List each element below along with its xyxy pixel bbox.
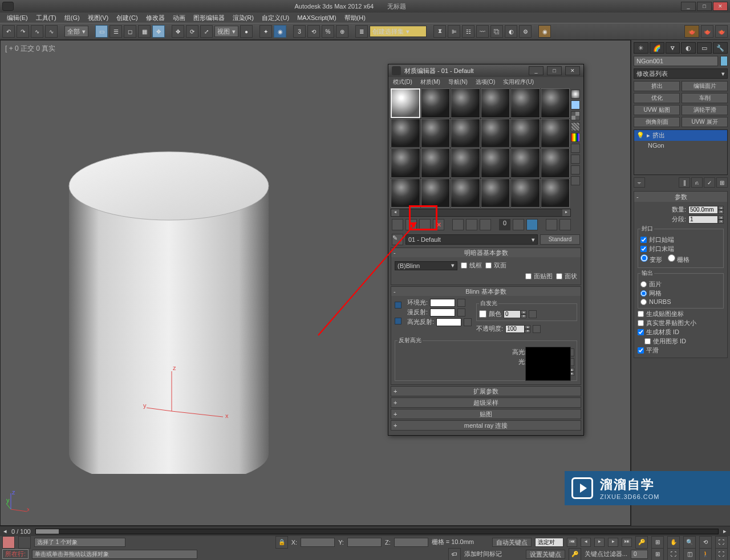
rollup-mental-ray[interactable]: +mental ray 连接 xyxy=(391,421,581,430)
material-name-dropdown[interactable]: 01 - Default▾ xyxy=(405,234,538,245)
segments-spinner[interactable]: ▴▾ xyxy=(688,216,724,224)
menu-tools[interactable]: 工具(T) xyxy=(36,14,56,22)
spinner-snap-icon[interactable]: ⊕ xyxy=(336,25,348,38)
use-shape-id-check[interactable] xyxy=(644,338,651,344)
object-color-swatch[interactable] xyxy=(720,56,728,66)
self-illum-map-btn[interactable] xyxy=(529,310,537,318)
mod-btn-turbosmooth[interactable]: 涡轮平滑 xyxy=(682,105,728,115)
manipulate-icon[interactable]: ✦ xyxy=(259,25,272,38)
scale-icon[interactable]: ⤢ xyxy=(200,25,213,38)
mirror-icon[interactable]: ⧗ xyxy=(433,25,446,38)
mod-btn-edit-patch[interactable]: 编辑面片 xyxy=(682,81,728,91)
menu-group[interactable]: 组(G) xyxy=(64,14,80,22)
diffuse-map-btn[interactable] xyxy=(457,309,465,316)
z-input[interactable] xyxy=(394,538,428,547)
show-in-vp-icon[interactable] xyxy=(513,219,524,230)
rollup-extended[interactable]: +扩展参数 xyxy=(391,387,581,396)
select-move-icon[interactable]: ✥ xyxy=(152,25,165,38)
rollup-shader-params[interactable]: -明暗器基本参数 xyxy=(391,248,581,257)
cap-end-check[interactable] xyxy=(640,246,647,252)
time-config-icon[interactable]: ⊞ xyxy=(651,536,664,549)
material-type-button[interactable]: Standard xyxy=(540,234,580,245)
sample-slot[interactable] xyxy=(391,178,420,208)
next-frame-icon[interactable]: ▸ xyxy=(608,538,618,547)
y-input[interactable] xyxy=(347,538,382,547)
sample-slot[interactable] xyxy=(481,178,510,208)
snap-3-icon[interactable]: 3 xyxy=(293,25,306,38)
ambient-lock-icon[interactable] xyxy=(395,302,402,309)
gen-mat-id-check[interactable] xyxy=(638,329,644,335)
maximize-button[interactable]: □ xyxy=(697,2,712,11)
set-key-button[interactable]: 设置关键点 xyxy=(526,550,565,559)
rollup-maps[interactable]: +贴图 xyxy=(391,409,581,419)
nav-zoom-icon[interactable]: 🔍 xyxy=(683,536,696,549)
amount-spinner[interactable]: ▴▾ xyxy=(688,206,724,214)
video-check-icon[interactable] xyxy=(571,133,580,142)
put-to-lib-icon[interactable] xyxy=(480,219,491,230)
menu-render[interactable]: 渲染(R) xyxy=(233,14,254,22)
percent-snap-icon[interactable]: % xyxy=(322,25,334,38)
ambient-map-btn[interactable] xyxy=(457,299,465,307)
auto-key-button[interactable]: 自动关键点 xyxy=(492,538,532,547)
mat-menu-mode[interactable]: 模式(D) xyxy=(393,78,412,86)
real-world-check[interactable] xyxy=(638,320,644,326)
select-icon[interactable]: ▭ xyxy=(95,25,108,38)
scroll-left-icon[interactable]: ◂ xyxy=(391,209,399,216)
render-icon[interactable]: 🫖 xyxy=(684,25,699,38)
sample-slot[interactable] xyxy=(421,119,451,148)
mat-menu-material[interactable]: 材质(M) xyxy=(420,78,440,86)
assign-to-sel-icon[interactable] xyxy=(419,219,431,230)
named-sel-icon[interactable]: ≣ xyxy=(355,25,368,38)
get-material-icon[interactable] xyxy=(392,219,403,230)
go-forward-icon[interactable] xyxy=(559,219,571,230)
sample-slot[interactable] xyxy=(391,148,420,178)
unlink-icon[interactable]: ∿ xyxy=(45,25,58,38)
render-prod-icon[interactable]: 🫖 xyxy=(701,25,713,38)
sample-slot[interactable] xyxy=(481,88,510,118)
mat-menu-nav[interactable]: 导航(N) xyxy=(448,78,468,86)
app-icon[interactable] xyxy=(2,2,14,11)
wire-check[interactable] xyxy=(461,262,467,269)
out-nurbs-radio[interactable] xyxy=(640,299,647,305)
cmd-tab-motion[interactable]: ◐ xyxy=(681,42,696,54)
key-filters-icon[interactable]: 🔑 xyxy=(569,548,581,561)
sample-slot[interactable] xyxy=(391,119,420,148)
nav-zoom-ext-icon[interactable]: ⛶ xyxy=(667,548,680,561)
opacity-map-btn[interactable] xyxy=(533,325,541,333)
mat-map-nav-icon[interactable] xyxy=(571,176,580,185)
self-illum-spinner[interactable]: ▴▾ xyxy=(504,310,526,318)
sample-slot[interactable] xyxy=(451,119,480,148)
sample-slot[interactable] xyxy=(421,178,451,208)
render-frame-icon[interactable]: ◉ xyxy=(538,25,551,38)
cap-start-check[interactable] xyxy=(640,237,647,243)
sample-slot[interactable] xyxy=(541,178,570,208)
curve-editor-icon[interactable]: 〰 xyxy=(476,25,489,38)
x-input[interactable] xyxy=(301,538,335,547)
selection-filter[interactable]: 全部▾ xyxy=(64,26,88,37)
menu-help[interactable]: 帮助(H) xyxy=(344,14,366,22)
modifier-stack[interactable]: 💡▸挤出 NGon xyxy=(634,129,728,175)
sample-slot[interactable] xyxy=(541,88,570,118)
mod-btn-bevel-profile[interactable]: 倒角剖面 xyxy=(634,117,680,127)
make-copy-icon[interactable] xyxy=(452,219,464,230)
sample-slot[interactable] xyxy=(481,119,510,148)
sample-slot[interactable] xyxy=(451,88,480,118)
pin-stack-icon[interactable]: ⫟ xyxy=(634,177,645,188)
mod-btn-optimize[interactable]: 优化 xyxy=(634,93,680,103)
rollup-supersample[interactable]: +超级采样 xyxy=(391,398,581,407)
select-region-icon[interactable]: ◻ xyxy=(124,25,136,38)
show-end-icon[interactable]: ‖ xyxy=(679,177,690,188)
redo-icon[interactable]: ↷ xyxy=(17,25,29,38)
gen-map-check[interactable] xyxy=(638,311,644,317)
opacity-spinner[interactable]: ▴▾ xyxy=(505,325,530,333)
minimize-button[interactable]: _ xyxy=(681,2,696,11)
remove-mod-icon[interactable]: ✓ xyxy=(704,177,715,188)
render-iter-icon[interactable]: 🫖 xyxy=(715,25,728,38)
shader-dropdown[interactable]: (B)Blinn▾ xyxy=(395,261,457,270)
sample-slot[interactable] xyxy=(451,148,480,178)
put-to-scene-icon[interactable] xyxy=(405,219,417,230)
menu-views[interactable]: 视图(V) xyxy=(88,14,109,22)
layers-icon[interactable]: ☷ xyxy=(462,25,474,38)
transform-gizmo[interactable]: x y z xyxy=(143,348,234,440)
background-icon[interactable] xyxy=(571,111,580,120)
